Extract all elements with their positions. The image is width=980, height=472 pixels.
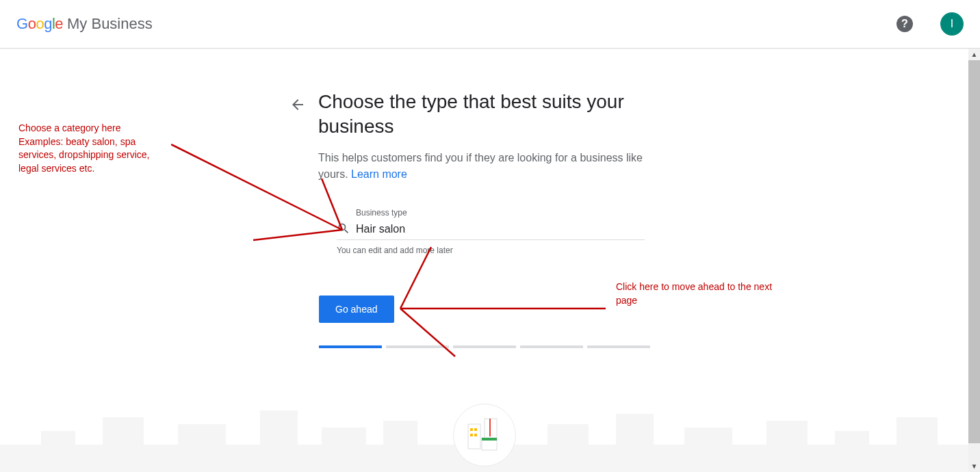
- progress-step-2: [386, 345, 449, 348]
- header-actions: ? I: [897, 12, 964, 36]
- svg-rect-25: [489, 419, 491, 436]
- input-hint: You can edit and add more later: [337, 246, 645, 255]
- progress-bar: [319, 345, 650, 348]
- google-logo: Google: [16, 15, 63, 33]
- progress-step-5: [587, 345, 650, 348]
- annotation-arrow-right: [394, 247, 612, 370]
- svg-rect-22: [470, 434, 473, 436]
- svg-rect-20: [470, 428, 473, 431]
- progress-step-3: [453, 345, 516, 348]
- search-icon: [337, 222, 350, 235]
- svg-rect-18: [897, 417, 938, 472]
- svg-rect-13: [547, 424, 589, 472]
- svg-rect-7: [41, 431, 75, 472]
- svg-rect-11: [322, 428, 366, 472]
- footer-badge-icon: [453, 404, 516, 467]
- scroll-down-icon[interactable]: ▼: [968, 460, 980, 472]
- go-ahead-button[interactable]: Go ahead: [319, 296, 394, 323]
- progress-step-1: [319, 345, 382, 348]
- annotation-button: Click here to move ahead to the next pag…: [616, 280, 794, 307]
- scroll-up-icon[interactable]: ▲: [968, 49, 980, 60]
- business-type-input[interactable]: [337, 219, 645, 240]
- help-icon[interactable]: ?: [897, 16, 913, 32]
- svg-line-1: [253, 230, 342, 240]
- svg-rect-16: [766, 421, 808, 472]
- logo-area[interactable]: Google My Business: [16, 15, 153, 33]
- svg-rect-12: [383, 421, 417, 472]
- product-name: My Business: [67, 15, 153, 33]
- svg-rect-23: [474, 434, 477, 436]
- svg-rect-9: [178, 424, 226, 472]
- svg-rect-17: [835, 431, 869, 472]
- progress-step-4: [520, 345, 583, 348]
- avatar[interactable]: I: [940, 12, 964, 36]
- learn-more-link[interactable]: Learn more: [351, 168, 407, 180]
- scroll-thumb[interactable]: [968, 60, 980, 443]
- svg-rect-21: [474, 428, 477, 431]
- svg-rect-27: [482, 438, 497, 441]
- annotation-category: Choose a category here Examples: beaty s…: [18, 122, 169, 175]
- svg-line-4: [400, 247, 431, 309]
- svg-line-5: [400, 309, 455, 356]
- page-title: Choose the type that best suits your bus…: [318, 90, 660, 140]
- footer-illustration: [0, 383, 968, 472]
- svg-rect-8: [103, 417, 144, 472]
- svg-rect-10: [260, 410, 298, 472]
- business-type-field: Business type You can edit and add more …: [337, 208, 645, 255]
- svg-rect-15: [684, 428, 732, 472]
- back-arrow-icon[interactable]: [289, 96, 306, 117]
- input-label: Business type: [337, 208, 645, 218]
- svg-line-0: [171, 144, 342, 230]
- page-subtitle: This helps customers find you if they ar…: [318, 150, 647, 183]
- scrollbar[interactable]: ▲ ▼: [968, 49, 980, 472]
- svg-rect-14: [616, 414, 654, 472]
- main-content: Choose the type that best suits your bus…: [0, 49, 968, 472]
- app-header: Google My Business ? I: [0, 0, 980, 49]
